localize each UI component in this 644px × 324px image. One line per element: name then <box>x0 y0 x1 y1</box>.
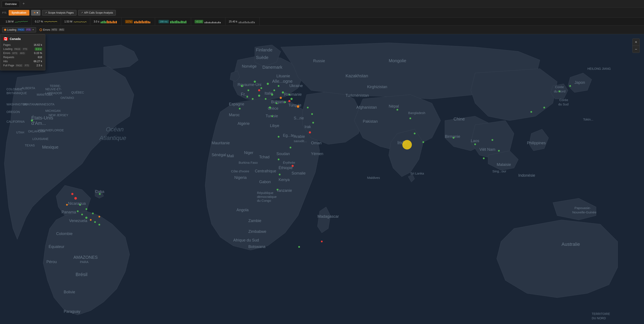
svg-point-235 <box>81 214 83 215</box>
svg-point-228 <box>71 193 74 195</box>
svg-text:Tanzanie: Tanzanie <box>276 188 292 193</box>
metric-item-4: 3.0 s <box>90 18 122 25</box>
svg-point-183 <box>267 83 269 85</box>
svg-point-241 <box>321 240 323 242</box>
svg-point-232 <box>92 212 94 214</box>
svg-text:FLORIDE: FLORIDE <box>51 128 64 132</box>
svg-text:Turkménistan: Turkménistan <box>346 93 369 98</box>
svg-point-211 <box>312 122 314 124</box>
svg-text:Burkina Faso: Burkina Faso <box>239 161 258 164</box>
svg-text:Viêt Nam: Viêt Nam <box>480 147 496 152</box>
map-container[interactable]: États-Unis d'Am... Mexique Cuba Nicaragu… <box>0 34 644 324</box>
errors-avg-badge: AVG <box>19 52 25 55</box>
svg-text:Corée: Corée <box>555 85 564 89</box>
filter-arrow: ▾ <box>37 11 38 14</box>
svg-text:Érythrée: Érythrée <box>283 161 295 164</box>
fullpage-page-badge: PAGE <box>15 64 23 67</box>
svg-point-231 <box>86 208 87 210</box>
svg-text:Laos: Laos <box>471 139 479 143</box>
svg-text:Gabon: Gabon <box>259 180 271 184</box>
svg-point-222 <box>483 158 484 159</box>
scope-arrow-icon: ↗ <box>45 11 47 14</box>
bar-sparkline-7 <box>204 20 222 23</box>
svg-rect-31 <box>184 22 185 23</box>
svg-point-218 <box>453 137 454 139</box>
svg-text:Panama: Panama <box>62 210 76 214</box>
svg-rect-43 <box>220 22 221 23</box>
syndication-button[interactable]: Syndication <box>9 10 29 16</box>
svg-text:OKLAHOMA: OKLAHOMA <box>28 130 45 133</box>
svg-point-210 <box>311 113 313 115</box>
filter-button[interactable]: ▼ ▾ <box>31 10 40 16</box>
svg-text:BRITANNIQUE: BRITANNIQUE <box>6 91 27 95</box>
svg-text:Tchad: Tchad <box>259 155 270 159</box>
svg-rect-25 <box>175 21 176 23</box>
metric-item-3: 1.53 M <box>61 18 90 25</box>
svg-rect-46 <box>242 22 243 23</box>
svg-text:Brésil: Brésil <box>76 272 88 277</box>
errors-toggle[interactable]: Errors HITS AVG <box>38 28 66 32</box>
sparkline-1 <box>15 20 28 23</box>
loading-dropdown[interactable]: Loading PAGE P75 ▼ <box>2 27 36 32</box>
svg-text:Kazakhstan: Kazakhstan <box>346 74 368 78</box>
zoom-in-button[interactable]: + <box>632 39 640 46</box>
svg-text:Turquie: Turquie <box>288 103 301 107</box>
svg-text:CALIFORNIA: CALIFORNIA <box>6 120 25 123</box>
svg-point-198 <box>288 100 290 102</box>
svg-text:Irak: Irak <box>304 125 311 129</box>
svg-point-217 <box>422 141 424 143</box>
svg-text:Sri Lanka: Sri Lanka <box>410 172 424 175</box>
svg-rect-30 <box>182 21 183 23</box>
svg-point-191 <box>282 91 284 94</box>
svg-text:Venezuela: Venezuela <box>69 218 88 223</box>
svg-text:Algérie: Algérie <box>238 122 250 126</box>
tooltip-country-name: Canada <box>10 37 21 40</box>
svg-text:Maldives: Maldives <box>367 176 380 180</box>
svg-text:DU NORD: DU NORD <box>592 316 606 320</box>
api-calls-scope-label: API Calls Scope Analysis <box>84 11 113 14</box>
svg-text:Kenya: Kenya <box>278 178 290 182</box>
svg-text:Chine: Chine <box>454 117 465 122</box>
svg-text:Paraguay: Paraguay <box>64 309 80 314</box>
svg-rect-0 <box>101 22 102 23</box>
zoom-out-button[interactable]: − <box>632 46 640 53</box>
svg-point-207 <box>279 174 280 176</box>
svg-rect-3 <box>105 22 106 23</box>
svg-rect-32 <box>185 21 186 23</box>
svg-text:Yémen: Yémen <box>311 152 323 156</box>
errors-hits-badge: HITS <box>12 52 18 55</box>
svg-rect-5 <box>108 21 109 23</box>
tooltip-header: 🇨🇦 Canada <box>3 36 42 41</box>
svg-rect-17 <box>143 22 144 23</box>
metrics-bar: 1.58 M 0.17 % 1.53 M 3.0 s <box>0 18 644 26</box>
svg-point-227 <box>74 197 77 200</box>
svg-text:Côte d'Ivoire: Côte d'Ivoire <box>231 169 249 173</box>
svg-point-224 <box>543 107 545 108</box>
scope-analysis-pages-button[interactable]: ↗ Scope Analysis Pages <box>42 10 76 16</box>
metric-item-2: 0.17 % <box>32 18 61 25</box>
svg-point-184 <box>274 90 275 91</box>
svg-rect-33 <box>204 22 206 23</box>
svg-text:PARA: PARA <box>80 260 88 264</box>
svg-text:Bulgarie: Bulgarie <box>271 100 285 104</box>
tab-overview[interactable]: Overview <box>2 1 20 7</box>
tab-add-button[interactable]: + <box>21 1 26 7</box>
svg-point-193 <box>290 98 293 100</box>
svg-text:Centrafrique: Centrafrique <box>255 169 276 173</box>
svg-rect-53 <box>252 21 253 23</box>
svg-text:Mali: Mali <box>227 154 234 158</box>
svg-text:AMAZONES: AMAZONES <box>74 255 98 260</box>
svg-text:du Sud: du Sud <box>558 102 569 106</box>
svg-text:Mongolie: Mongolie <box>389 58 406 63</box>
svg-rect-26 <box>176 20 177 23</box>
svg-text:Philippines: Philippines <box>527 141 546 145</box>
svg-point-234 <box>77 210 78 212</box>
svg-text:UTAH: UTAH <box>16 131 24 134</box>
api-calls-scope-button[interactable]: ↗ API Calls Scope Analysis <box>78 10 116 16</box>
svg-text:TERRE-: TERRE- <box>50 84 61 88</box>
svg-text:COLOMBIE: COLOMBIE <box>6 88 22 91</box>
svg-point-187 <box>265 98 266 100</box>
bar-sparkline-6 <box>170 20 188 23</box>
svg-text:Oman: Oman <box>311 141 322 145</box>
filter-icon: ▼ <box>34 11 36 14</box>
